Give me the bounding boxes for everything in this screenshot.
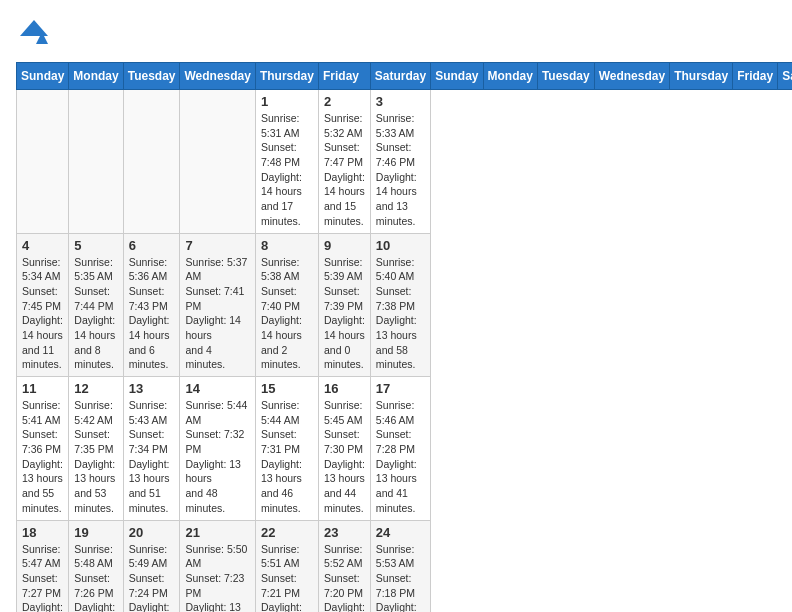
day-number: 14	[185, 381, 249, 396]
col-header-saturday: Saturday	[370, 63, 430, 90]
calendar-cell	[123, 90, 180, 234]
day-info: Sunrise: 5:50 AM Sunset: 7:23 PM Dayligh…	[185, 542, 249, 613]
day-number: 17	[376, 381, 425, 396]
calendar-table: SundayMondayTuesdayWednesdayThursdayFrid…	[16, 62, 792, 612]
day-number: 3	[376, 94, 425, 109]
calendar-week-row: 11Sunrise: 5:41 AM Sunset: 7:36 PM Dayli…	[17, 377, 793, 521]
day-number: 13	[129, 381, 175, 396]
calendar-week-row: 18Sunrise: 5:47 AM Sunset: 7:27 PM Dayli…	[17, 520, 793, 612]
day-info: Sunrise: 5:35 AM Sunset: 7:44 PM Dayligh…	[74, 255, 117, 373]
col-header-wednesday: Wednesday	[594, 63, 669, 90]
day-number: 16	[324, 381, 365, 396]
calendar-cell: 8Sunrise: 5:38 AM Sunset: 7:40 PM Daylig…	[255, 233, 318, 377]
calendar-cell	[180, 90, 255, 234]
day-info: Sunrise: 5:33 AM Sunset: 7:46 PM Dayligh…	[376, 111, 425, 229]
day-number: 5	[74, 238, 117, 253]
logo-icon	[16, 16, 52, 52]
day-number: 15	[261, 381, 313, 396]
calendar-cell: 3Sunrise: 5:33 AM Sunset: 7:46 PM Daylig…	[370, 90, 430, 234]
day-info: Sunrise: 5:40 AM Sunset: 7:38 PM Dayligh…	[376, 255, 425, 373]
calendar-cell: 7Sunrise: 5:37 AM Sunset: 7:41 PM Daylig…	[180, 233, 255, 377]
day-number: 21	[185, 525, 249, 540]
calendar-week-row: 1Sunrise: 5:31 AM Sunset: 7:48 PM Daylig…	[17, 90, 793, 234]
col-header-monday: Monday	[483, 63, 537, 90]
day-info: Sunrise: 5:41 AM Sunset: 7:36 PM Dayligh…	[22, 398, 63, 516]
calendar-cell: 4Sunrise: 5:34 AM Sunset: 7:45 PM Daylig…	[17, 233, 69, 377]
calendar-cell: 11Sunrise: 5:41 AM Sunset: 7:36 PM Dayli…	[17, 377, 69, 521]
day-info: Sunrise: 5:52 AM Sunset: 7:20 PM Dayligh…	[324, 542, 365, 613]
day-number: 6	[129, 238, 175, 253]
day-number: 22	[261, 525, 313, 540]
calendar-cell: 15Sunrise: 5:44 AM Sunset: 7:31 PM Dayli…	[255, 377, 318, 521]
day-number: 11	[22, 381, 63, 396]
svg-marker-0	[20, 20, 48, 44]
day-number: 24	[376, 525, 425, 540]
calendar-cell: 2Sunrise: 5:32 AM Sunset: 7:47 PM Daylig…	[318, 90, 370, 234]
day-info: Sunrise: 5:39 AM Sunset: 7:39 PM Dayligh…	[324, 255, 365, 373]
calendar-cell: 23Sunrise: 5:52 AM Sunset: 7:20 PM Dayli…	[318, 520, 370, 612]
calendar-cell: 12Sunrise: 5:42 AM Sunset: 7:35 PM Dayli…	[69, 377, 123, 521]
calendar-cell	[69, 90, 123, 234]
calendar-cell: 16Sunrise: 5:45 AM Sunset: 7:30 PM Dayli…	[318, 377, 370, 521]
day-info: Sunrise: 5:47 AM Sunset: 7:27 PM Dayligh…	[22, 542, 63, 613]
calendar-cell: 17Sunrise: 5:46 AM Sunset: 7:28 PM Dayli…	[370, 377, 430, 521]
col-header-friday: Friday	[733, 63, 778, 90]
day-info: Sunrise: 5:49 AM Sunset: 7:24 PM Dayligh…	[129, 542, 175, 613]
calendar-cell: 10Sunrise: 5:40 AM Sunset: 7:38 PM Dayli…	[370, 233, 430, 377]
day-info: Sunrise: 5:53 AM Sunset: 7:18 PM Dayligh…	[376, 542, 425, 613]
calendar-cell	[17, 90, 69, 234]
day-number: 23	[324, 525, 365, 540]
calendar-cell: 1Sunrise: 5:31 AM Sunset: 7:48 PM Daylig…	[255, 90, 318, 234]
col-header-sunday: Sunday	[431, 63, 483, 90]
day-info: Sunrise: 5:38 AM Sunset: 7:40 PM Dayligh…	[261, 255, 313, 373]
calendar-cell: 22Sunrise: 5:51 AM Sunset: 7:21 PM Dayli…	[255, 520, 318, 612]
col-header-thursday: Thursday	[255, 63, 318, 90]
calendar-cell: 13Sunrise: 5:43 AM Sunset: 7:34 PM Dayli…	[123, 377, 180, 521]
day-info: Sunrise: 5:51 AM Sunset: 7:21 PM Dayligh…	[261, 542, 313, 613]
calendar-cell: 24Sunrise: 5:53 AM Sunset: 7:18 PM Dayli…	[370, 520, 430, 612]
day-number: 10	[376, 238, 425, 253]
col-header-wednesday: Wednesday	[180, 63, 255, 90]
calendar-cell: 9Sunrise: 5:39 AM Sunset: 7:39 PM Daylig…	[318, 233, 370, 377]
day-number: 18	[22, 525, 63, 540]
col-header-saturday: Saturday	[778, 63, 792, 90]
day-number: 7	[185, 238, 249, 253]
col-header-thursday: Thursday	[670, 63, 733, 90]
day-info: Sunrise: 5:44 AM Sunset: 7:32 PM Dayligh…	[185, 398, 249, 516]
day-info: Sunrise: 5:36 AM Sunset: 7:43 PM Dayligh…	[129, 255, 175, 373]
day-info: Sunrise: 5:34 AM Sunset: 7:45 PM Dayligh…	[22, 255, 63, 373]
calendar-cell: 20Sunrise: 5:49 AM Sunset: 7:24 PM Dayli…	[123, 520, 180, 612]
calendar-week-row: 4Sunrise: 5:34 AM Sunset: 7:45 PM Daylig…	[17, 233, 793, 377]
calendar-cell: 18Sunrise: 5:47 AM Sunset: 7:27 PM Dayli…	[17, 520, 69, 612]
day-number: 20	[129, 525, 175, 540]
col-header-friday: Friday	[318, 63, 370, 90]
calendar-cell: 14Sunrise: 5:44 AM Sunset: 7:32 PM Dayli…	[180, 377, 255, 521]
day-info: Sunrise: 5:45 AM Sunset: 7:30 PM Dayligh…	[324, 398, 365, 516]
day-info: Sunrise: 5:48 AM Sunset: 7:26 PM Dayligh…	[74, 542, 117, 613]
col-header-tuesday: Tuesday	[537, 63, 594, 90]
day-number: 4	[22, 238, 63, 253]
day-info: Sunrise: 5:31 AM Sunset: 7:48 PM Dayligh…	[261, 111, 313, 229]
calendar-cell: 21Sunrise: 5:50 AM Sunset: 7:23 PM Dayli…	[180, 520, 255, 612]
col-header-tuesday: Tuesday	[123, 63, 180, 90]
day-info: Sunrise: 5:44 AM Sunset: 7:31 PM Dayligh…	[261, 398, 313, 516]
calendar-header-row: SundayMondayTuesdayWednesdayThursdayFrid…	[17, 63, 793, 90]
calendar-cell: 6Sunrise: 5:36 AM Sunset: 7:43 PM Daylig…	[123, 233, 180, 377]
calendar-cell: 19Sunrise: 5:48 AM Sunset: 7:26 PM Dayli…	[69, 520, 123, 612]
day-info: Sunrise: 5:46 AM Sunset: 7:28 PM Dayligh…	[376, 398, 425, 516]
col-header-monday: Monday	[69, 63, 123, 90]
day-number: 12	[74, 381, 117, 396]
day-number: 1	[261, 94, 313, 109]
day-number: 19	[74, 525, 117, 540]
day-number: 8	[261, 238, 313, 253]
calendar-cell: 5Sunrise: 5:35 AM Sunset: 7:44 PM Daylig…	[69, 233, 123, 377]
day-number: 9	[324, 238, 365, 253]
day-info: Sunrise: 5:32 AM Sunset: 7:47 PM Dayligh…	[324, 111, 365, 229]
day-number: 2	[324, 94, 365, 109]
logo	[16, 16, 56, 52]
col-header-sunday: Sunday	[17, 63, 69, 90]
day-info: Sunrise: 5:42 AM Sunset: 7:35 PM Dayligh…	[74, 398, 117, 516]
page-header	[16, 16, 776, 52]
day-info: Sunrise: 5:43 AM Sunset: 7:34 PM Dayligh…	[129, 398, 175, 516]
day-info: Sunrise: 5:37 AM Sunset: 7:41 PM Dayligh…	[185, 255, 249, 373]
